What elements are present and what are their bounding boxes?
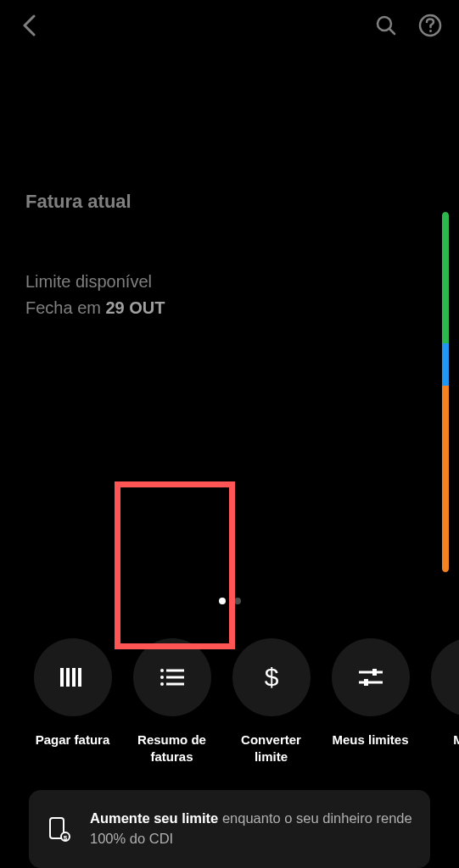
svg-point-11 (160, 682, 164, 686)
dot-inactive (234, 598, 241, 604)
svg-rect-15 (372, 669, 377, 676)
close-date: 29 OUT (105, 298, 165, 317)
page-indicator (0, 598, 459, 604)
card-money-icon: $ (46, 816, 73, 842)
svg-point-9 (160, 676, 164, 679)
svg-rect-5 (72, 668, 76, 687)
sliders-icon (359, 668, 383, 687)
svg-rect-12 (166, 683, 184, 686)
action-more[interactable]: Meus (429, 638, 459, 765)
barcode-icon (60, 668, 86, 687)
invoice-title: Fatura atual (25, 191, 434, 213)
dollar-icon: $ (263, 664, 280, 691)
svg-point-2 (429, 30, 432, 32)
bar-segment-orange (442, 386, 449, 572)
action-label: Pagar fatura (36, 732, 110, 748)
svg-text:$: $ (264, 664, 278, 691)
list-icon (160, 669, 184, 686)
action-pay-invoice[interactable]: Pagar fatura (32, 638, 113, 765)
svg-point-7 (160, 669, 164, 672)
svg-rect-17 (364, 679, 368, 686)
bar-segment-green (442, 212, 449, 343)
actions-row: Pagar fatura Resumo de faturas $ Convert… (0, 604, 459, 765)
dot-active (219, 598, 226, 604)
svg-rect-3 (60, 668, 64, 687)
svg-text:$: $ (64, 833, 68, 841)
bar-segment-blue (442, 343, 449, 386)
action-label: Meus (453, 732, 459, 748)
promo-increase-limit[interactable]: $ Aumente seu limite enquanto o seu dinh… (29, 790, 430, 868)
action-label: Resumo de faturas (132, 732, 212, 765)
svg-rect-6 (78, 668, 81, 687)
available-limit-label: Limite disponível (25, 272, 434, 292)
action-label: Converter limite (231, 732, 311, 765)
svg-rect-4 (66, 668, 70, 687)
action-invoice-summary[interactable]: Resumo de faturas (132, 638, 212, 765)
action-label: Meus limites (332, 732, 408, 748)
action-my-limits[interactable]: Meus limites (330, 638, 411, 765)
limit-usage-bar (442, 212, 449, 572)
action-convert-limit[interactable]: $ Converter limite (231, 638, 311, 765)
svg-rect-8 (166, 670, 184, 672)
back-button[interactable] (17, 14, 41, 37)
help-icon[interactable] (418, 14, 442, 37)
promo-text: Aumente seu limite enquanto o seu dinhei… (90, 809, 413, 849)
svg-rect-10 (166, 676, 184, 679)
promo-bold: Aumente seu limite (90, 810, 218, 826)
close-date-line: Fecha em 29 OUT (25, 298, 434, 318)
close-prefix: Fecha em (25, 298, 105, 317)
search-icon[interactable] (374, 14, 398, 37)
